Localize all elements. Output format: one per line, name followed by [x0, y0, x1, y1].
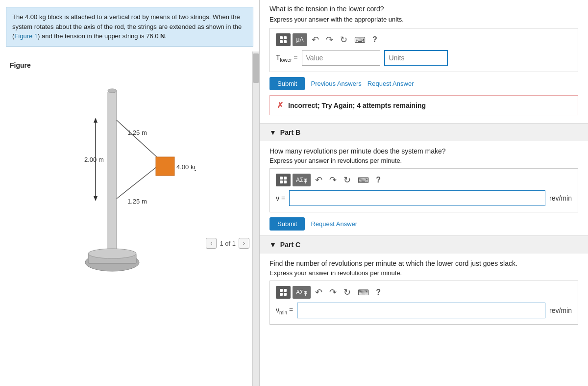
part-b-header: ▼ Part B [270, 129, 578, 136]
svg-line-5 [117, 120, 157, 157]
svg-rect-25 [280, 293, 283, 296]
svg-marker-10 [94, 196, 98, 201]
part-b-unit-label: rev/min [549, 194, 572, 202]
part-b-refresh-btn[interactable]: ↻ [341, 174, 353, 186]
refresh-btn[interactable]: ↻ [338, 33, 350, 46]
redo-btn[interactable]: ↷ [323, 33, 336, 46]
part-c-title: Part C [280, 241, 300, 249]
svg-rect-22 [284, 180, 287, 183]
right-content: What is the tension in the lower cord? E… [260, 0, 588, 339]
part-b-keyboard-btn[interactable]: ⌨ [355, 175, 371, 186]
svg-line-6 [117, 167, 157, 199]
part-c-content: Find the number of revolutions per minut… [270, 254, 578, 325]
part-c-grid-icon-btn[interactable] [276, 286, 291, 299]
part-a-answer-box: μΑ ↶ ↷ ↻ ⌨ ? Tlower = [270, 28, 578, 72]
part-b-alpha-btn[interactable]: ΑΣφ [293, 174, 311, 186]
incorrect-banner: ✗ Incorrect; Try Again; 4 attempts remai… [270, 95, 578, 115]
part-a-eq-label: Tlower = [276, 53, 298, 63]
figure-nav: ‹ 1 of 1 › [206, 238, 249, 249]
svg-point-4 [88, 249, 136, 258]
part-b-input-row: ν = rev/min [276, 190, 572, 206]
part-b-chevron[interactable]: ▼ [270, 129, 276, 136]
part-a-input-row: Tlower = [276, 50, 572, 66]
svg-rect-17 [280, 40, 283, 43]
part-c-toolbar: ΑΣφ ↶ ↷ ↻ ⌨ ? [276, 286, 572, 299]
svg-rect-7 [156, 157, 174, 176]
part-a-subtext: Express your answer with the appropriate… [270, 16, 578, 23]
scrollbar[interactable] [252, 51, 259, 386]
part-b-title: Part B [280, 129, 300, 136]
svg-rect-20 [284, 177, 287, 180]
keyboard-btn[interactable]: ⌨ [352, 34, 368, 46]
svg-rect-18 [284, 40, 287, 43]
mu-alpha-btn[interactable]: μΑ [293, 33, 307, 46]
request-answer-link-a[interactable]: Request Answer [368, 80, 414, 87]
help-btn[interactable]: ? [370, 34, 380, 45]
svg-rect-19 [280, 177, 283, 180]
left-panel: The 4.00 kg block is attached to a verti… [0, 0, 260, 386]
svg-rect-26 [284, 293, 287, 296]
part-b-content: How many revolutions per minute does the… [270, 141, 578, 231]
svg-text:1.25 m: 1.25 m [127, 198, 147, 205]
part-c-value-input[interactable] [297, 303, 545, 318]
scrollbar-thumb [253, 53, 259, 83]
part-b-value-input[interactable] [289, 190, 545, 206]
part-c-refresh-btn[interactable]: ↻ [341, 286, 353, 299]
part-b-section: ▼ Part B [260, 123, 588, 141]
part-a-value-input[interactable] [302, 50, 380, 66]
part-b-subtext: Express your answer in revolutions per m… [270, 157, 578, 164]
part-c-help-btn[interactable]: ? [373, 287, 383, 298]
part-b-submit-btn[interactable]: Submit [270, 217, 305, 231]
part-c-section: ▼ Part C [260, 235, 588, 254]
part-b-question: How many revolutions per minute does the… [270, 147, 578, 155]
x-icon: ✗ [277, 101, 283, 110]
grid-icon-btn[interactable] [276, 33, 291, 46]
svg-marker-9 [94, 118, 98, 123]
part-c-answer-box: ΑΣφ ↶ ↷ ↻ ⌨ ? νmin = rev/min [270, 281, 578, 325]
problem-statement: The 4.00 kg block is attached to a verti… [6, 7, 253, 47]
svg-rect-21 [280, 180, 283, 183]
figure-label: Figure [10, 61, 31, 69]
svg-rect-0 [108, 91, 117, 257]
part-a-toolbar: μΑ ↶ ↷ ↻ ⌨ ? [276, 33, 572, 46]
part-c-unit-label: rev/min [549, 307, 572, 314]
previous-answers-link[interactable]: Previous Answers [311, 80, 361, 87]
part-c-alpha-btn[interactable]: ΑΣφ [293, 286, 311, 299]
part-b-answer-box: ΑΣφ ↶ ↷ ↻ ⌨ ? ν = rev/min [270, 168, 578, 212]
part-c-question: Find the number of revolutions per minut… [270, 259, 578, 267]
part-a-question: What is the tension in the lower cord? [270, 5, 578, 13]
figure-area: Figure ‹ 1 of 1 › [0, 51, 259, 386]
part-c-keyboard-btn[interactable]: ⌨ [355, 287, 371, 298]
prev-figure-btn[interactable]: ‹ [206, 238, 217, 249]
request-answer-link-b[interactable]: Request Answer [311, 220, 357, 228]
part-c-redo-btn[interactable]: ↷ [327, 286, 339, 299]
part-b-undo-btn[interactable]: ↶ [313, 174, 325, 186]
svg-rect-24 [284, 289, 287, 292]
part-c-undo-btn[interactable]: ↶ [313, 286, 325, 299]
part-b-help-btn[interactable]: ? [373, 175, 383, 185]
part-c-subtext: Express your answer in revolutions per m… [270, 269, 578, 277]
next-figure-btn[interactable]: › [239, 238, 249, 249]
part-a-units-input[interactable] [384, 50, 448, 66]
part-b-grid-icon-btn[interactable] [276, 174, 291, 186]
svg-point-1 [108, 89, 117, 93]
svg-text:4.00 kg: 4.00 kg [176, 163, 196, 171]
part-b-redo-btn[interactable]: ↷ [327, 174, 339, 186]
svg-text:1.25 m: 1.25 m [127, 129, 147, 136]
part-c-chevron[interactable]: ▼ [270, 241, 276, 249]
figure-page-indicator: 1 of 1 [220, 240, 236, 247]
problem-text-content: The 4.00 kg block is attached to a verti… [12, 13, 242, 40]
figure-diagram: 2.00 m 1.25 m 1.25 m 4.00 kg [49, 81, 196, 287]
svg-text:2.00 m: 2.00 m [84, 156, 104, 163]
part-a-submit-btn[interactable]: Submit [270, 77, 305, 90]
svg-rect-15 [280, 36, 283, 39]
part-c-eq-label: νmin = [276, 306, 293, 315]
part-c-input-row: νmin = rev/min [276, 303, 572, 318]
svg-rect-23 [280, 289, 283, 292]
part-a-submit-row: Submit Previous Answers Request Answer [270, 77, 578, 90]
part-b-toolbar: ΑΣφ ↶ ↷ ↻ ⌨ ? [276, 174, 572, 186]
part-b-eq-label: ν = [276, 194, 285, 202]
svg-rect-16 [284, 36, 287, 39]
undo-btn[interactable]: ↶ [309, 33, 321, 46]
part-b-submit-row: Submit Request Answer [270, 217, 578, 231]
